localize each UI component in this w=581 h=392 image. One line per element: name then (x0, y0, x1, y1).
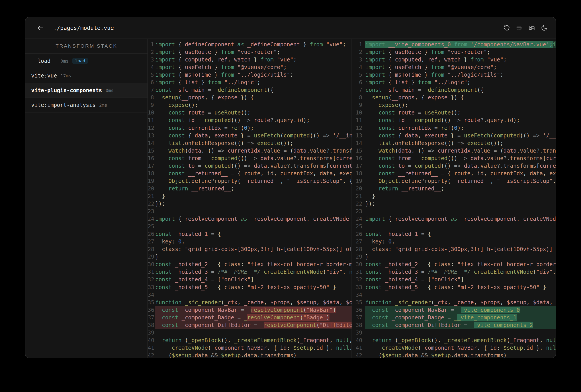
line-number: 33 (148, 284, 155, 291)
line-number: 12 (148, 124, 155, 132)
line-number: 42 (352, 352, 365, 358)
line-number: 18 (148, 170, 155, 177)
plugin-item-vite-plugin-components[interactable]: vite-plugin-components0ms (26, 83, 148, 98)
back-button[interactable] (36, 24, 45, 32)
code-line: 35function _sfc_render(_ctx, _cache, $pr… (148, 299, 352, 306)
code-line: 21 } (148, 192, 352, 200)
line-number: 16 (352, 154, 365, 162)
code-line: 16 const from = computed(() => data.valu… (352, 154, 556, 162)
line-code: const { data, execute } = useFetch(compu… (365, 132, 556, 140)
line-number: 40 (352, 336, 365, 344)
line-number: 14 (352, 140, 365, 147)
line-code: const _hoisted_4 = ["onClick"] (365, 276, 556, 283)
code-line: 20 return __returned__; (352, 185, 556, 192)
line-code: setup(__props, { expose }) { (365, 94, 556, 101)
line-number: 35 (148, 299, 155, 306)
code-line: 42 ($setup.data && $setup.data.transform… (148, 352, 352, 358)
code-line: 13 const { data, execute } = useFetch(co… (352, 132, 556, 140)
line-code: class: "grid grid-cols-[300px,3fr] h-[ca… (155, 246, 352, 253)
line-code: setup(__props, { expose }) { (155, 94, 352, 101)
line-number: 22 (148, 200, 155, 208)
line-code: _createVNode(_component_NavBar, { id: $s… (155, 344, 352, 352)
line-number: 27 (148, 238, 155, 246)
code-line: 2import { useRoute } from "vue-router"; (352, 48, 556, 56)
line-code: ($setup.data && $setup.data.transforms) (155, 352, 352, 358)
line-code: const _sfc_main = _defineComponent({ (365, 86, 556, 94)
inline-diff-toggle-button[interactable] (516, 24, 523, 32)
line-code: import { computed, ref, watch } from "vu… (155, 56, 352, 64)
code-line: 5import { msToTime } from "../logic/util… (352, 71, 556, 78)
line-number: 36 (148, 306, 155, 314)
plugin-item--load-[interactable]: __load__0msload (26, 54, 148, 68)
code-line: 4import { useFetch } from "@vueuse/core"… (148, 64, 352, 71)
line-number: 18 (352, 170, 365, 177)
line-number: 39 (352, 329, 365, 336)
code-line: 39 (352, 329, 556, 336)
line-code: const _hoisted_3 = /*#__PURE__*/_createE… (155, 268, 352, 276)
code-line: 1import { defineComponent as _defineComp… (148, 41, 352, 48)
line-code: import __vite_components_0 from '/compon… (365, 41, 556, 48)
code-panel-after[interactable]: 1import __vite_components_0 from '/compo… (352, 39, 556, 358)
code-line: 17 const to = computed(() => data.value?… (148, 162, 352, 170)
line-number: 9 (352, 101, 365, 109)
refresh-button[interactable] (503, 24, 510, 32)
code-line: 28 class: "grid grid-cols-[300px,3fr] h-… (148, 246, 352, 253)
line-code: const _sfc_main = _defineComponent({ (155, 86, 352, 94)
line-number: 20 (352, 185, 365, 192)
line-number: 3 (148, 56, 155, 64)
line-number: 17 (352, 162, 365, 170)
code-line: 23 (148, 208, 352, 215)
line-code: watch(data, () => currentIdx.value = (da… (365, 147, 556, 154)
code-line: 9 expose(); (352, 101, 556, 109)
plugin-item-vite-import-analysis[interactable]: vite:import-analysis2ms (26, 98, 148, 112)
dark-mode-moon-icon (541, 24, 548, 31)
line-number: 15 (148, 147, 155, 154)
code-line: 26const _hoisted_1 = { (352, 230, 556, 238)
code-line: 25 (148, 223, 352, 230)
plugin-time: 0ms (60, 58, 68, 64)
code-line: 14 list.onFetchResponse(() => execute())… (352, 140, 556, 147)
line-number: 6 (148, 78, 155, 86)
code-line: 25 (352, 223, 556, 230)
line-code: key: 0, (155, 238, 352, 246)
plugin-name: __load__ (31, 58, 57, 64)
line-code: const _component_Badge = _resolveCompone… (155, 314, 352, 322)
line-code: const from = computed(() => data.value?.… (365, 154, 556, 162)
side-by-side-toggle-button[interactable] (528, 24, 536, 32)
line-code: const _hoisted_1 = { (365, 230, 556, 238)
code-line: 15 watch(data, () => currentIdx.value = … (148, 147, 352, 154)
code-line: 4import { useFetch } from "@vueuse/core"… (352, 64, 556, 71)
line-code (365, 329, 556, 336)
code-line: 31const _hoisted_3 = /*#__PURE__*/_creat… (352, 268, 556, 276)
code-line: 28 class: "grid grid-cols-[300px,3fr] h-… (352, 246, 556, 253)
line-code: import { list } from "../logic"; (365, 78, 556, 86)
line-number: 31 (352, 268, 365, 276)
code-line: 41 _createVNode(_component_NavBar, { id:… (352, 344, 556, 352)
line-code: const _component_NavBar = _resolveCompon… (155, 306, 352, 314)
code-line: 12 const currentIdx = ref(0); (352, 124, 556, 132)
line-code: return (_openBlock(), _createElementBloc… (365, 336, 556, 344)
line-code: Object.defineProperty(__returned__, "__i… (365, 177, 556, 185)
color-scheme-toggle-button[interactable] (540, 24, 548, 32)
code-line: 39 (148, 329, 352, 336)
line-number: 1 (148, 41, 155, 48)
code-line-diff-add: 38 const _component_DiffEditor = __vite_… (352, 322, 556, 329)
line-code: watch(data, () => currentIdx.value = (da… (155, 147, 352, 154)
line-code: const __returned__ = { route, id, curren… (365, 170, 556, 177)
line-code (365, 223, 556, 230)
code-line: 19 Object.defineProperty(__returned__, "… (148, 177, 352, 185)
line-number: 7 (148, 86, 155, 94)
plugin-item-vite-vue[interactable]: vite:vue17ms (26, 68, 148, 83)
code-panel-before[interactable]: 1import { defineComponent as _defineComp… (148, 39, 352, 358)
code-line: 13 const { data, execute } = useFetch(co… (148, 132, 352, 140)
line-code: import { msToTime } from "../logic/utils… (155, 71, 352, 78)
code-line: 7const _sfc_main = _defineComponent({ (148, 86, 352, 94)
line-code: _createVNode(_component_NavBar, { id: $s… (365, 344, 556, 352)
line-code (155, 223, 352, 230)
line-code: } (365, 253, 556, 260)
line-code: const _component_DiffEditor = __vite_com… (365, 322, 556, 329)
line-code: } (365, 192, 556, 200)
code-line-diff-add: 37 const _component_Badge = __vite_compo… (352, 314, 556, 322)
line-number: 38 (352, 322, 365, 329)
line-number: 19 (352, 177, 365, 185)
